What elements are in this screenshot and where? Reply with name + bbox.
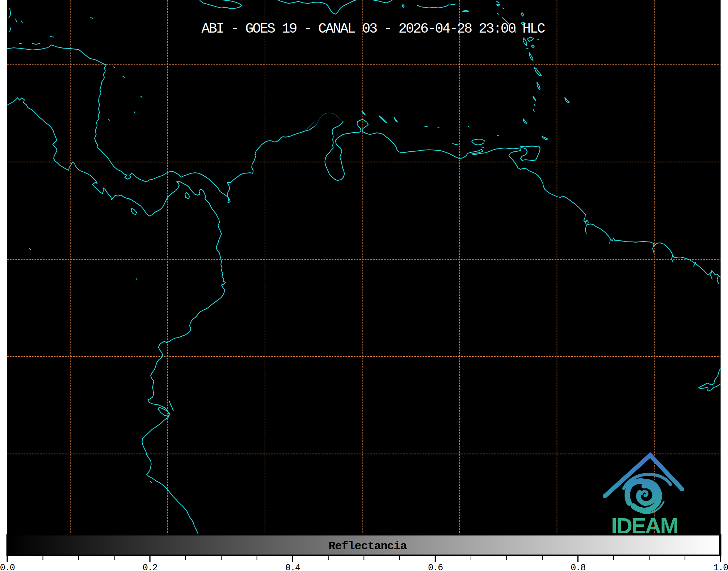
svg-text:0.2: 0.2	[143, 563, 157, 571]
svg-text:0.8: 0.8	[571, 563, 585, 571]
svg-text:0.0: 0.0	[0, 563, 15, 571]
svg-text:Reflectancia: Reflectancia	[328, 540, 407, 553]
svg-text:IDEAM: IDEAM	[611, 513, 678, 538]
svg-text:ABI - GOES 19 - CANAL 03 - 202: ABI - GOES 19 - CANAL 03 - 2026-04-28 23…	[202, 21, 545, 37]
svg-text:0.4: 0.4	[285, 563, 300, 571]
svg-text:0.6: 0.6	[428, 563, 443, 571]
svg-text:1.0: 1.0	[713, 563, 728, 571]
